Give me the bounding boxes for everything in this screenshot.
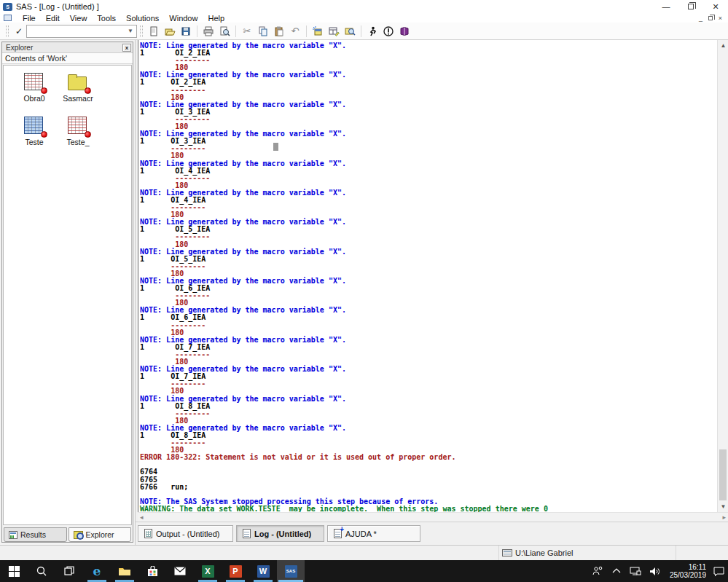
menu-solutions[interactable]: Solutions: [121, 14, 164, 23]
toolbar-grip[interactable]: [6, 25, 9, 37]
undo-icon[interactable]: ↶: [287, 24, 303, 39]
log-line-mark: 180: [140, 270, 728, 277]
window-bar: Output - (Untitled)Log - (Untitled)AJUDA…: [136, 522, 728, 545]
submit-icon[interactable]: [364, 24, 380, 39]
taskbar-mail-icon[interactable]: [166, 560, 194, 582]
work-item-teste[interactable]: Teste: [14, 117, 55, 160]
tab-results[interactable]: Results: [4, 527, 67, 542]
log-line-note: NOTE: Line generated by the macro variab…: [140, 189, 728, 196]
help-icon[interactable]: [396, 24, 412, 39]
taskbar-store-icon[interactable]: [138, 560, 166, 582]
volume-icon[interactable]: [645, 560, 664, 582]
taskbar-clock[interactable]: 16:11 25/03/2019: [664, 563, 709, 579]
window-bar-tab-output[interactable]: Output - (Untitled): [138, 525, 233, 542]
log-line-mark: 180: [140, 299, 728, 306]
search-icon[interactable]: [28, 560, 55, 582]
red-badge-icon: [41, 131, 47, 138]
network-icon[interactable]: [626, 560, 645, 582]
taskbar: e X P W SAS 16:11 25/03/2019: [0, 560, 728, 582]
log-line-note: NOTE: Line generated by the macro variab…: [140, 306, 728, 313]
log-line-note: NOTE: Line generated by the macro variab…: [140, 160, 728, 167]
command-check-button[interactable]: ✓: [12, 25, 26, 38]
print-preview-icon[interactable]: [216, 24, 232, 39]
clock-time: 16:11: [664, 563, 706, 571]
log-line-mark: --------: [140, 115, 728, 122]
command-combobox[interactable]: ▼: [26, 25, 137, 38]
log-line-mark: 180: [140, 181, 728, 189]
dataset-table-icon: [24, 117, 44, 135]
programs-icon[interactable]: [326, 24, 342, 39]
log-line-code: 1 OI_6_IEA: [140, 313, 728, 321]
horizontal-scrollbar[interactable]: ◂ ▸: [138, 512, 728, 522]
vertical-scrollbar[interactable]: ▲ ▼: [717, 40, 728, 512]
save-icon[interactable]: [178, 24, 194, 39]
window-bar-tab-ajuda[interactable]: AJUDA *: [327, 525, 420, 542]
restore-button[interactable]: [678, 0, 703, 13]
copy-icon[interactable]: [255, 24, 271, 39]
scroll-up-icon[interactable]: ▲: [718, 40, 728, 51]
taskbar-word-icon[interactable]: W: [249, 560, 277, 582]
window-bar-tab-log[interactable]: Log - (Untitled): [236, 525, 324, 542]
menu-help[interactable]: Help: [203, 14, 230, 23]
taskbar-file-explorer-icon[interactable]: [111, 560, 138, 582]
mdi-restore-button[interactable]: [708, 16, 713, 20]
start-button[interactable]: [0, 560, 28, 582]
scroll-down-icon[interactable]: ▼: [718, 501, 728, 512]
action-center-icon[interactable]: [709, 560, 728, 582]
people-icon[interactable]: [588, 560, 607, 582]
log-line-note: NOTE: Line generated by the macro variab…: [140, 395, 728, 402]
open-icon[interactable]: [162, 24, 178, 39]
log-line-mark: 180: [140, 211, 728, 218]
chevron-down-icon: ▼: [128, 28, 136, 34]
menu-tools[interactable]: Tools: [92, 14, 121, 23]
break-icon[interactable]: [380, 24, 396, 39]
log-text-area[interactable]: NOTE: Line generated by the macro variab…: [138, 40, 728, 512]
new-icon[interactable]: [146, 24, 162, 39]
menu-window[interactable]: Window: [164, 14, 203, 23]
restore-icon: [688, 4, 694, 9]
explorer-close-button[interactable]: x: [122, 44, 131, 52]
log-line-code: 1 OI_3_IEA: [140, 108, 728, 115]
menu-file[interactable]: File: [17, 14, 41, 23]
menu-edit[interactable]: Edit: [41, 14, 65, 23]
taskbar-edge-icon[interactable]: e: [83, 560, 111, 582]
new-library-icon[interactable]: [310, 24, 326, 39]
working-directory-section: U:\Liane Gabriel: [498, 546, 676, 560]
work-item-label: Teste: [25, 138, 43, 146]
work-item-teste_[interactable]: Teste_: [58, 117, 98, 160]
toolbar-grip-2[interactable]: [140, 25, 143, 37]
close-button[interactable]: ✕: [703, 0, 728, 13]
log-line-code: 1 OI_5_IEA: [140, 225, 728, 232]
log-line-code: 1 OI_7_IEA: [140, 372, 728, 380]
log-line-code: 1 OI_6_IEA: [140, 284, 728, 291]
task-view-button[interactable]: [55, 560, 83, 582]
taskbar-sas-icon[interactable]: SAS: [277, 560, 305, 582]
minimize-button[interactable]: —: [654, 0, 678, 13]
menu-view[interactable]: View: [65, 14, 93, 23]
mdi-close-button[interactable]: ×: [716, 15, 725, 22]
cut-icon[interactable]: ✂: [239, 24, 255, 39]
tab-explorer[interactable]: Explorer: [69, 527, 132, 542]
work-item-sasmacr[interactable]: Sasmacr: [58, 73, 98, 117]
work-item-label: Obra0: [23, 94, 44, 103]
log-line-mark: --------: [140, 262, 728, 270]
tray-chevron-up-icon[interactable]: [607, 560, 626, 582]
window-bar-tab-label: Output - (Untitled): [156, 530, 219, 538]
log-line-code: 1 OI_4_IEA: [140, 196, 728, 203]
log-line-mark: --------: [140, 174, 728, 181]
taskbar-excel-icon[interactable]: X: [194, 560, 222, 582]
scroll-right-icon[interactable]: ▸: [722, 514, 726, 521]
log-line-note: NOTE: Line generated by the macro variab…: [140, 336, 728, 343]
log-line-mark: --------: [140, 409, 728, 417]
mdi-minimize-button[interactable]: _: [696, 15, 705, 22]
log-window-system-icon[interactable]: [4, 15, 12, 21]
vertical-scroll-thumb[interactable]: [719, 449, 727, 500]
folder-icon: [68, 73, 88, 92]
find-icon[interactable]: [342, 24, 358, 39]
work-item-obra0[interactable]: Obra0: [14, 73, 55, 117]
scroll-left-icon[interactable]: ◂: [140, 514, 144, 521]
log-line-mark: --------: [140, 203, 728, 211]
print-icon[interactable]: [200, 24, 216, 39]
taskbar-powerpoint-icon[interactable]: P: [222, 560, 249, 582]
paste-icon[interactable]: [271, 24, 287, 39]
